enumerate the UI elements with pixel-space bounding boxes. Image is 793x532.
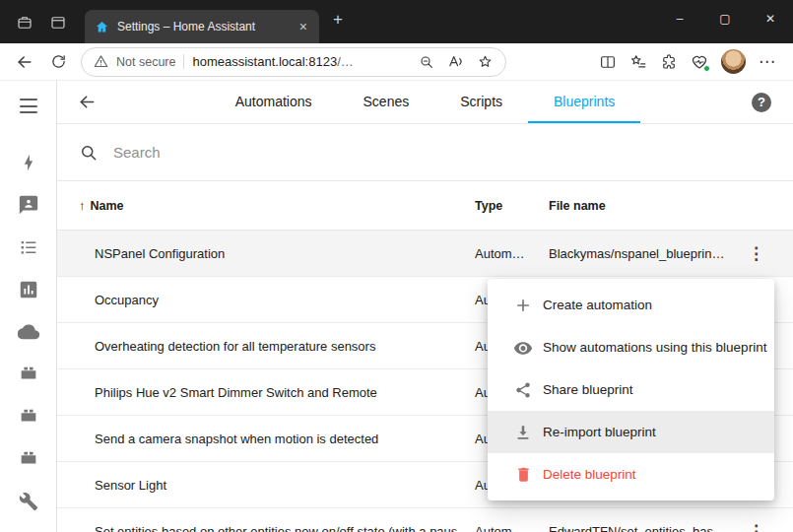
assist-chat-icon[interactable] [17, 193, 40, 217]
browser-titlebar: Settings – Home Assistant × + – ▢ ✕ [0, 0, 793, 43]
essentials-status-dot [703, 65, 710, 72]
brick-panel-icon-3[interactable] [17, 447, 40, 471]
help-icon[interactable]: ? [752, 81, 771, 123]
menu-item-share-blueprint[interactable]: Share blueprint [488, 368, 774, 411]
favorite-star-icon[interactable] [477, 53, 494, 70]
name-header-label: Name [91, 199, 124, 213]
row-overflow-menu-icon[interactable]: ⋮ [748, 523, 764, 532]
row-name: NSPanel Configuration [57, 246, 475, 261]
close-button[interactable]: ✕ [748, 0, 793, 37]
eye-icon [512, 337, 534, 359]
table-row[interactable]: Set entities based on other entities new… [57, 508, 793, 532]
column-header-file[interactable]: File name [549, 199, 744, 213]
profile-avatar[interactable] [721, 49, 746, 74]
table-row[interactable]: NSPanel Configuration Autom… Blackymas/n… [57, 231, 793, 277]
menu-item-label: Delete blueprint [543, 467, 636, 482]
column-header-name[interactable]: ↑ Name [57, 198, 475, 213]
menu-item-delete-blueprint[interactable]: Delete blueprint [488, 453, 774, 496]
row-overflow-menu-icon[interactable]: ⋮ [748, 245, 764, 262]
menu-item-create-automation[interactable]: Create automation [488, 284, 774, 326]
ha-back-arrow-icon[interactable] [77, 81, 98, 123]
row-name: Philips Hue v2 Smart Dimmer Switch and R… [57, 385, 475, 400]
browser-toolbar: Not secure homeassistant.local:8123/… [0, 43, 793, 81]
developer-tools-wrench-icon[interactable] [17, 490, 40, 513]
row-name: Occupancy [57, 293, 475, 307]
address-actions [419, 53, 494, 70]
row-name: Sensor Light [57, 478, 475, 493]
menu-item-label: Create automation [543, 298, 652, 312]
column-header-type[interactable]: Type [475, 199, 549, 213]
sidebar-menu-icon[interactable] [16, 95, 41, 117]
menu-item-reimport-blueprint[interactable]: Re-import blueprint [488, 411, 774, 453]
split-screen-icon[interactable] [599, 53, 617, 71]
row-type: Autom… [475, 246, 549, 261]
table-header: ↑ Name Type File name [57, 181, 793, 231]
search-input[interactable] [111, 143, 505, 162]
history-chart-icon[interactable] [17, 278, 40, 301]
workspaces-icon[interactable] [16, 14, 33, 32]
energy-lightning-icon[interactable] [17, 151, 40, 174]
favorites-list-icon[interactable] [629, 53, 647, 71]
menu-item-label: Share blueprint [543, 382, 633, 397]
plus-icon [512, 295, 534, 316]
browser-menu-icon[interactable]: ⋯ [759, 53, 775, 70]
row-file: EdwardTFN/set_entities_bas… [549, 524, 744, 532]
tab-blueprints[interactable]: Blueprints [528, 81, 640, 123]
not-secure-warning-icon [94, 54, 108, 69]
toolbar-right-icons: ⋯ [599, 49, 783, 74]
security-label[interactable]: Not secure [116, 55, 175, 69]
ha-header: Automations Scenes Scripts Blueprints ? [57, 81, 793, 124]
row-file: Blackymas/nspanel_blueprin… [549, 246, 744, 261]
browser-window: Settings – Home Assistant × + – ▢ ✕ Not … [0, 0, 793, 532]
row-name: Overheating detection for all temperatur… [57, 339, 475, 354]
maximize-button[interactable]: ▢ [702, 0, 748, 37]
row-name: Set entities based on other entities new… [57, 524, 475, 532]
todo-list-icon[interactable] [17, 235, 40, 259]
tab-title: Settings – Home Assistant [117, 20, 290, 33]
download-icon [512, 422, 534, 443]
browser-essentials-icon[interactable] [691, 53, 708, 71]
zoom-out-icon[interactable] [419, 54, 434, 70]
refresh-button[interactable] [43, 47, 73, 77]
tab-actions-icon[interactable] [49, 14, 67, 32]
search-bar [57, 124, 793, 181]
titlebar-left-icons [0, 14, 85, 43]
tab-automations[interactable]: Automations [210, 81, 338, 123]
menu-item-label: Show automations using this blueprint [543, 340, 766, 355]
help-glyph: ? [752, 93, 771, 112]
tab-scripts[interactable]: Scripts [434, 81, 528, 123]
minimize-button[interactable]: – [657, 0, 702, 37]
url-text[interactable]: homeassistant.local:8123/… [192, 54, 353, 69]
sort-ascending-icon: ↑ [79, 198, 86, 213]
tab-scenes[interactable]: Scenes [338, 81, 435, 123]
extensions-icon[interactable] [660, 53, 678, 71]
browser-tab[interactable]: Settings – Home Assistant × [85, 10, 319, 43]
home-assistant-favicon [95, 20, 109, 34]
ha-sidebar [0, 81, 57, 532]
brick-panel-icon-2[interactable] [17, 405, 40, 429]
row-name: Send a camera snapshot when motion is de… [57, 432, 475, 446]
row-type: Autom… [475, 524, 549, 532]
ha-tab-bar: Automations Scenes Scripts Blueprints [57, 81, 793, 123]
trash-icon [512, 464, 534, 486]
address-divider [183, 54, 184, 69]
window-controls: – ▢ ✕ [657, 0, 793, 37]
search-icon [79, 143, 99, 163]
sidebar-nav [17, 151, 40, 513]
url-path: /… [337, 54, 354, 69]
cloud-icon[interactable] [17, 320, 40, 344]
menu-item-show-automations[interactable]: Show automations using this blueprint [488, 326, 774, 368]
share-icon [512, 379, 534, 401]
read-aloud-icon[interactable] [447, 53, 464, 70]
menu-item-label: Re-import blueprint [543, 425, 656, 439]
brick-panel-icon-1[interactable] [17, 363, 40, 386]
tab-close-icon[interactable]: × [297, 19, 309, 34]
url-host: homeassistant.local:8123 [192, 54, 337, 69]
new-tab-button[interactable]: + [333, 11, 343, 28]
blueprint-context-menu: Create automation Show automations using… [488, 279, 774, 500]
back-button[interactable] [10, 47, 39, 77]
address-bar[interactable]: Not secure homeassistant.local:8123/… [81, 47, 506, 77]
